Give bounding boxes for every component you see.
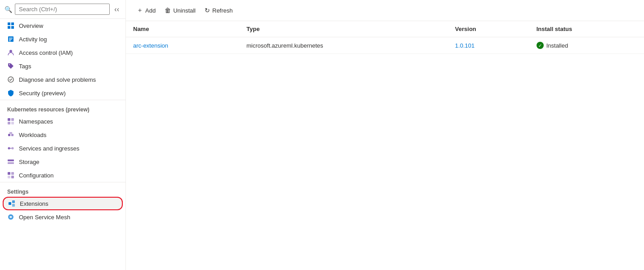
column-header-type: Type: [239, 21, 448, 37]
column-header-name: Name: [126, 21, 239, 37]
main-content: ＋ Add 🗑 Uninstall ↻ Refresh Name Type Ve…: [126, 0, 644, 270]
sidebar-item-activity-log[interactable]: Activity log: [0, 32, 125, 46]
svg-rect-23: [8, 172, 10, 175]
sidebar-item-services[interactable]: Services and ingresses: [0, 142, 125, 155]
svg-rect-11: [8, 118, 10, 121]
install-status-installed: ✓ Installed: [537, 42, 637, 49]
svg-rect-25: [8, 176, 10, 178]
sidebar-item-security[interactable]: Security (preview): [0, 86, 125, 100]
svg-rect-0: [8, 22, 10, 25]
installed-checkmark-icon: ✓: [537, 42, 544, 49]
sidebar-item-configuration[interactable]: Configuration: [0, 168, 125, 182]
sidebar-item-storage[interactable]: Storage: [0, 155, 125, 168]
uninstall-button[interactable]: 🗑 Uninstall: [161, 4, 199, 17]
services-icon: [7, 145, 14, 152]
svg-rect-24: [11, 172, 14, 175]
svg-rect-15: [8, 134, 10, 136]
svg-rect-12: [11, 118, 14, 121]
refresh-label: Refresh: [212, 7, 233, 14]
tags-icon: [7, 62, 14, 70]
sidebar-item-security-label: Security (preview): [19, 90, 66, 97]
osm-icon: [7, 213, 14, 221]
search-input[interactable]: [15, 4, 110, 15]
cell-version: 1.0.101: [448, 37, 529, 54]
workloads-icon: [7, 131, 14, 138]
uninstall-label: Uninstall: [173, 7, 196, 14]
refresh-button[interactable]: ↻ Refresh: [201, 4, 237, 17]
svg-rect-2: [8, 26, 10, 29]
sidebar-item-iam-label: Access control (IAM): [19, 49, 73, 56]
security-icon: [7, 89, 14, 97]
section-kubernetes-resources: Kubernetes resources (preview): [0, 100, 125, 115]
svg-rect-14: [11, 122, 14, 124]
svg-rect-22: [8, 162, 14, 164]
sidebar-item-namespaces-label: Namespaces: [19, 118, 53, 125]
namespaces-icon: [7, 118, 14, 125]
sidebar-nav: Overview Activity log Access control (IA…: [0, 19, 125, 227]
diagnose-icon: [7, 76, 14, 83]
svg-rect-3: [11, 26, 14, 29]
column-header-install-status: Install status: [529, 21, 644, 37]
sidebar-item-diagnose[interactable]: Diagnose and solve problems: [0, 73, 125, 86]
search-bar: 🔍 ‹‹: [0, 0, 125, 19]
sidebar-scroll-area: Overview Activity log Access control (IA…: [0, 19, 125, 270]
svg-rect-26: [11, 176, 14, 178]
svg-point-9: [9, 64, 10, 65]
sidebar-item-iam[interactable]: Access control (IAM): [0, 46, 125, 59]
collapse-sidebar-button[interactable]: ‹‹: [112, 4, 121, 14]
overview-icon: [7, 22, 14, 29]
sidebar-item-tags[interactable]: Tags: [0, 59, 125, 73]
sidebar-item-workloads-label: Workloads: [19, 132, 46, 138]
iam-icon: [7, 49, 14, 56]
sidebar-item-tags-label: Tags: [19, 63, 31, 70]
svg-point-19: [12, 147, 14, 150]
sidebar-item-diagnose-label: Diagnose and solve problems: [19, 76, 96, 83]
sidebar: 🔍 ‹‹ Overview Activity log: [0, 0, 126, 270]
svg-rect-17: [9, 132, 12, 134]
sidebar-item-services-label: Services and ingresses: [19, 145, 79, 152]
section-settings: Settings: [0, 182, 125, 197]
svg-rect-1: [11, 22, 14, 25]
sidebar-item-storage-label: Storage: [19, 159, 40, 165]
table-header-row: Name Type Version Install status: [126, 21, 644, 37]
svg-rect-16: [11, 134, 13, 136]
uninstall-icon: 🗑: [165, 7, 171, 14]
sidebar-item-extensions-label: Extensions: [20, 200, 49, 207]
svg-rect-5: [9, 38, 13, 39]
install-status-label: Installed: [546, 42, 568, 49]
sidebar-item-extensions[interactable]: Extensions: [3, 197, 123, 210]
add-button[interactable]: ＋ Add: [133, 4, 159, 17]
add-icon: ＋: [137, 6, 143, 14]
extension-name-link[interactable]: arc-extension: [133, 42, 168, 49]
svg-rect-7: [9, 40, 11, 41]
svg-point-18: [8, 147, 10, 150]
extensions-icon: [8, 200, 15, 207]
refresh-icon: ↻: [205, 7, 210, 14]
sidebar-item-namespaces[interactable]: Namespaces: [0, 115, 125, 128]
svg-rect-29: [12, 204, 15, 207]
svg-rect-13: [8, 122, 10, 124]
toolbar: ＋ Add 🗑 Uninstall ↻ Refresh: [126, 0, 644, 21]
sidebar-item-configuration-label: Configuration: [19, 172, 54, 179]
column-header-version: Version: [448, 21, 529, 37]
svg-rect-6: [9, 39, 12, 40]
sidebar-item-overview[interactable]: Overview: [0, 19, 125, 32]
extensions-table: Name Type Version Install status arc-ext…: [126, 21, 644, 54]
add-label: Add: [145, 7, 156, 14]
sidebar-item-workloads[interactable]: Workloads: [0, 128, 125, 142]
sidebar-item-activity-log-label: Activity log: [19, 36, 47, 43]
extensions-table-container: Name Type Version Install status arc-ext…: [126, 21, 644, 270]
svg-rect-21: [8, 159, 14, 161]
table-row: arc-extension microsoft.azureml.kubernet…: [126, 37, 644, 54]
sidebar-item-overview-label: Overview: [19, 22, 43, 29]
cell-install-status: ✓ Installed: [529, 37, 644, 54]
svg-point-8: [9, 50, 12, 53]
svg-rect-27: [9, 202, 11, 205]
sidebar-item-osm-label: Open Service Mesh: [19, 214, 70, 221]
storage-icon: [7, 158, 14, 165]
sidebar-item-osm[interactable]: Open Service Mesh: [0, 210, 125, 224]
version-link[interactable]: 1.0.101: [455, 42, 474, 49]
activity-log-icon: [7, 35, 14, 43]
cell-type: microsoft.azureml.kubernetes: [239, 37, 448, 54]
svg-rect-28: [12, 200, 15, 203]
